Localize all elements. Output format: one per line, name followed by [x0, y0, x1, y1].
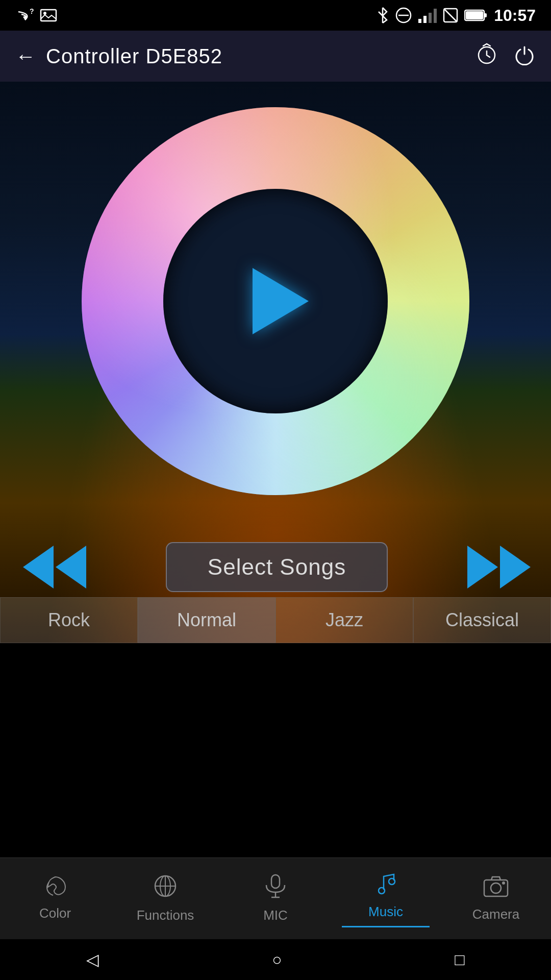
ring-inner [163, 189, 388, 413]
svg-point-25 [491, 883, 501, 893]
svg-rect-8 [434, 9, 437, 23]
eq-tab-rock[interactable]: Rock [0, 597, 138, 643]
nav-item-functions[interactable]: Functions [110, 874, 220, 923]
svg-line-10 [444, 9, 457, 22]
svg-text:?: ? [30, 8, 34, 15]
svg-rect-12 [466, 11, 483, 19]
system-nav-bar: ◁ ○ □ [0, 939, 551, 980]
svg-rect-6 [423, 16, 427, 23]
svg-rect-7 [429, 13, 432, 23]
eq-tabs: Rock Normal Jazz Classical [0, 597, 551, 643]
skip-back-triangle-1 [23, 546, 54, 589]
mic-icon [264, 874, 287, 903]
eq-tab-classical[interactable]: Classical [413, 597, 551, 643]
sim-icon [443, 8, 458, 23]
camera-icon [483, 875, 509, 902]
functions-icon [153, 874, 178, 903]
status-left-icons: ? [15, 8, 57, 23]
timer-icon[interactable] [475, 43, 498, 70]
sys-home-button[interactable]: ○ [272, 950, 282, 969]
eq-tab-jazz[interactable]: Jazz [276, 597, 413, 643]
image-icon [40, 8, 57, 23]
sys-back-button[interactable]: ◁ [86, 950, 99, 969]
rainbow-ring [82, 107, 469, 495]
music-icon [374, 870, 397, 900]
play-button[interactable] [253, 268, 309, 334]
power-icon[interactable] [513, 43, 536, 70]
main-content: Select Songs Rock Normal Jazz Classical [0, 82, 551, 643]
block-icon [395, 7, 412, 24]
svg-rect-13 [484, 13, 487, 17]
nav-item-mic[interactable]: MIC [220, 874, 331, 923]
status-time: 10:57 [494, 6, 536, 25]
music-underline [342, 926, 430, 927]
select-songs-button[interactable]: Select Songs [166, 542, 388, 592]
color-icon [43, 876, 67, 901]
wifi-icon: ? [15, 8, 35, 23]
svg-point-23 [389, 878, 395, 885]
bluetooth-icon [377, 7, 389, 24]
svg-rect-19 [271, 875, 280, 888]
bottom-nav: Color Functions MIC [0, 857, 551, 939]
nav-item-color[interactable]: Color [0, 876, 110, 921]
eq-tab-normal[interactable]: Normal [138, 597, 276, 643]
skip-back-triangle-2 [56, 546, 86, 589]
skip-forward-button[interactable] [467, 546, 531, 589]
svg-point-26 [502, 881, 505, 885]
back-button[interactable]: ← [15, 45, 36, 68]
status-bar: ? [0, 0, 551, 31]
signal-icon [418, 8, 437, 23]
status-right-icons: 10:57 [377, 6, 536, 25]
battery-icon [464, 9, 488, 22]
header-title: Controller D5E852 [46, 45, 475, 68]
svg-point-22 [379, 888, 385, 894]
header-actions [475, 43, 536, 70]
nav-item-music[interactable]: Music [331, 870, 441, 927]
header: ← Controller D5E852 [0, 31, 551, 82]
skip-fwd-triangle-1 [467, 546, 498, 589]
nav-label-camera: Camera [472, 906, 519, 922]
nav-item-camera[interactable]: Camera [441, 875, 551, 922]
nav-label-music: Music [368, 904, 403, 920]
skip-back-button[interactable] [20, 546, 86, 589]
controls-row: Select Songs [0, 542, 551, 592]
sys-recent-button[interactable]: □ [455, 950, 464, 969]
svg-rect-1 [41, 10, 56, 21]
player-ring-container [82, 107, 469, 495]
svg-rect-5 [418, 19, 421, 23]
nav-label-mic: MIC [263, 908, 288, 923]
nav-label-functions: Functions [137, 908, 194, 923]
skip-fwd-triangle-2 [500, 546, 531, 589]
nav-label-color: Color [39, 905, 71, 921]
